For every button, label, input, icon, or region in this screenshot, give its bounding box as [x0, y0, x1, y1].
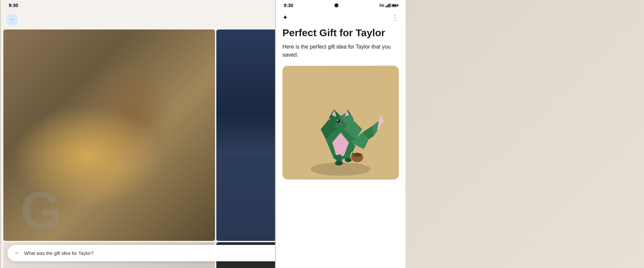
gift-signal-bars	[385, 3, 390, 7]
phone-gift: 9:30 5G ✦ ⋮ Perfect Gift for Taylor Here…	[275, 0, 406, 268]
svg-point-28	[335, 161, 343, 165]
gift-signal-label: 5G	[379, 3, 384, 7]
sparkle-icon: ✦	[282, 13, 288, 21]
svg-point-29	[345, 158, 352, 162]
status-bar-gift: 9:30 5G	[276, 0, 406, 11]
gift-title: Perfect Gift for Taylor	[276, 27, 406, 43]
search-back-icon[interactable]: ←	[14, 250, 20, 257]
search-query: What was the gift idea for Taylor?	[24, 251, 94, 256]
gift-battery-icon	[391, 4, 397, 7]
right-background	[406, 0, 644, 268]
gift-status-icons: 5G	[379, 3, 397, 7]
gift-subtitle: Here is the perfect gift idea for Taylor…	[276, 43, 406, 66]
phones-container: G 9:30 5G ←	[0, 0, 644, 268]
front-camera-gift	[334, 3, 338, 7]
google-logo: G	[20, 180, 62, 241]
back-arrow-icon: ←	[9, 16, 15, 22]
svg-point-15	[337, 119, 340, 123]
squirrel-svg	[282, 66, 399, 180]
svg-point-16	[337, 120, 338, 121]
status-time: 9:30	[9, 3, 18, 8]
back-button[interactable]: ←	[6, 13, 18, 25]
gift-header: ✦ ⋮	[276, 11, 406, 27]
gift-image	[282, 66, 399, 180]
gift-status-time: 9:30	[284, 3, 293, 8]
more-options-icon[interactable]: ⋮	[392, 13, 399, 21]
